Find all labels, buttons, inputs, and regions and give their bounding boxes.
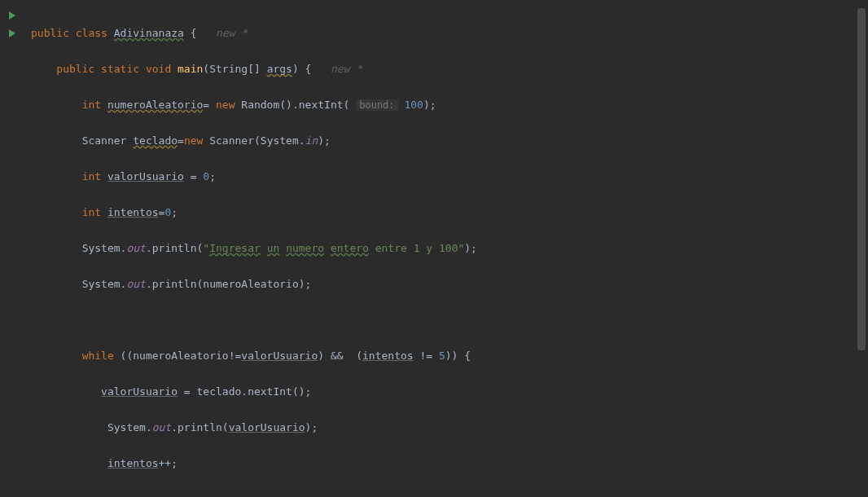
var-decl: intentos (107, 206, 159, 218)
param-hint: bound: (356, 99, 397, 111)
gutter (0, 0, 24, 497)
svg-marker-0 (9, 11, 15, 20)
code-editor[interactable]: public class Adivinanaza { new * public … (0, 0, 868, 497)
keyword-public: public (31, 27, 69, 39)
scrollbar-thumb[interactable] (857, 8, 866, 350)
method-main: main (178, 63, 203, 75)
run-main-icon[interactable] (0, 24, 24, 42)
svg-marker-1 (9, 29, 15, 37)
usage-hint: new * (216, 27, 248, 39)
run-class-icon[interactable] (0, 7, 24, 24)
var-decl: valorUsuario (107, 170, 184, 183)
var-decl: teclado (133, 134, 178, 147)
keyword-class: class (76, 27, 107, 39)
class-name: Adivinanaza (114, 27, 184, 39)
usage-hint: new * (331, 63, 362, 75)
var-decl: numeroAleatorio (107, 99, 203, 111)
scrollbar[interactable] (857, 0, 866, 497)
code-area[interactable]: public class Adivinanaza { new * public … (24, 0, 868, 497)
